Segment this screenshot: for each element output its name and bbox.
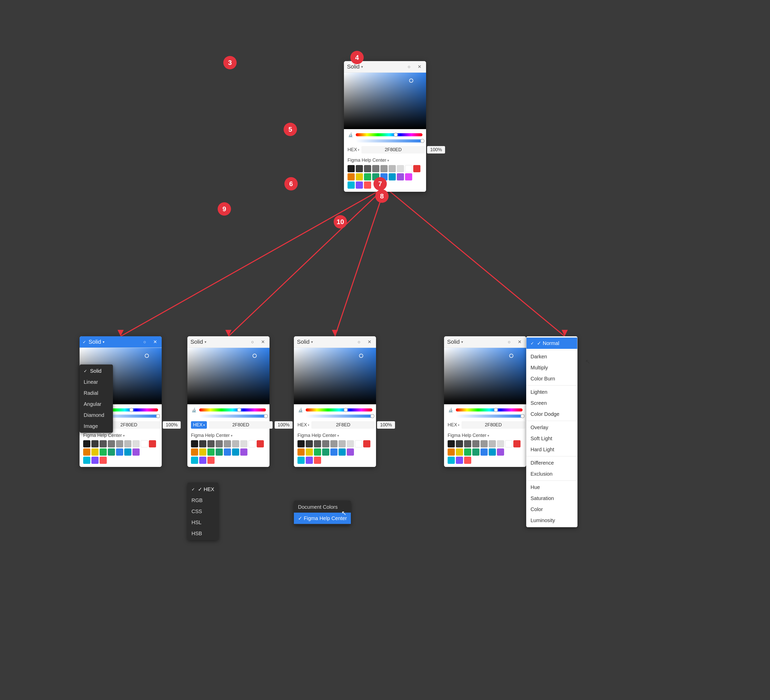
library-item-document[interactable]: Document Colors: [294, 501, 351, 512]
panel-1-title-row[interactable]: ✓ Solid ▾: [82, 339, 105, 345]
main-library-title-row[interactable]: Figma Help Center ▾: [348, 158, 389, 163]
swatch[interactable]: [356, 173, 363, 181]
swatch[interactable]: [448, 440, 455, 448]
main-eyedropper-btn[interactable]: 🔬: [348, 132, 354, 138]
swatch[interactable]: [224, 448, 231, 456]
swatch[interactable]: [91, 448, 99, 456]
panel-4-hue-slider[interactable]: [456, 408, 522, 411]
swatch[interactable]: [199, 457, 206, 464]
panel-4-close-icon[interactable]: ✕: [516, 338, 523, 346]
blend-item-colordodge[interactable]: Color Dodge: [526, 409, 577, 420]
swatch[interactable]: [413, 165, 421, 172]
type-item-radial[interactable]: Radial: [79, 388, 113, 399]
blend-item-luminosity[interactable]: Luminosity: [526, 515, 577, 526]
type-item-diamond[interactable]: Diamond: [79, 410, 113, 421]
swatch[interactable]: [380, 165, 388, 172]
swatch[interactable]: [464, 457, 471, 464]
swatch[interactable]: [330, 448, 338, 456]
swatch[interactable]: [240, 440, 247, 448]
swatch[interactable]: [248, 440, 256, 448]
swatch[interactable]: [100, 448, 107, 456]
blend-item-difference[interactable]: Difference: [526, 458, 577, 469]
blend-item-saturation[interactable]: Saturation: [526, 493, 577, 504]
swatch[interactable]: [356, 181, 363, 189]
swatch[interactable]: [364, 165, 371, 172]
swatch[interactable]: [472, 448, 479, 456]
swatch[interactable]: [108, 448, 115, 456]
swatch[interactable]: [133, 440, 140, 448]
swatch[interactable]: [330, 440, 338, 448]
panel-3-title-row[interactable]: Solid ▾: [297, 339, 313, 345]
library-item-figma[interactable]: ✓ Figma Help Center: [294, 512, 351, 524]
type-item-linear[interactable]: Linear: [79, 377, 113, 388]
panel-4-color-mode[interactable]: HEX ▾: [448, 422, 459, 428]
panel-1-hue-thumb[interactable]: [129, 408, 133, 412]
type-item-solid[interactable]: Solid: [79, 365, 113, 377]
swatch[interactable]: [257, 440, 264, 448]
panel-2-opacity-slider[interactable]: [199, 415, 266, 418]
swatch[interactable]: [489, 448, 496, 456]
panel-1-style-icon[interactable]: ○: [141, 338, 148, 346]
swatch[interactable]: [405, 173, 412, 181]
swatch[interactable]: [355, 440, 362, 448]
swatch[interactable]: [116, 448, 123, 456]
panel-3-hue-thumb[interactable]: [344, 408, 348, 412]
swatch[interactable]: [348, 173, 355, 181]
panel-3-canvas[interactable]: [294, 348, 376, 404]
main-hue-thumb[interactable]: [394, 133, 398, 137]
swatch[interactable]: [207, 448, 215, 456]
main-color-canvas[interactable]: [344, 73, 426, 129]
hex-item-hsb[interactable]: HSB: [188, 528, 218, 539]
swatch[interactable]: [100, 440, 107, 448]
swatch[interactable]: [456, 440, 463, 448]
swatch[interactable]: [513, 440, 521, 448]
panel-2-opacity-input[interactable]: [275, 421, 293, 429]
swatch[interactable]: [199, 440, 206, 448]
panel-2-hex-input[interactable]: [209, 421, 273, 429]
main-picker-title-row[interactable]: Solid ▾: [347, 63, 363, 70]
main-picker-style-icon[interactable]: ○: [406, 63, 413, 70]
swatch[interactable]: [388, 173, 396, 181]
swatch[interactable]: [405, 165, 412, 172]
blend-item-softlight[interactable]: Soft Light: [526, 433, 577, 444]
panel-2-opacity-thumb[interactable]: [264, 414, 268, 418]
swatch[interactable]: [348, 181, 355, 189]
swatch[interactable]: [191, 440, 198, 448]
swatch[interactable]: [314, 457, 321, 464]
swatch[interactable]: [472, 440, 479, 448]
swatch[interactable]: [207, 457, 215, 464]
swatch[interactable]: [207, 440, 215, 448]
panel-2-color-mode[interactable]: HEX ▾: [191, 421, 207, 429]
swatch[interactable]: [124, 440, 131, 448]
swatch[interactable]: [356, 165, 363, 172]
type-item-image[interactable]: Image: [79, 421, 113, 432]
blend-item-colorburn[interactable]: Color Burn: [526, 373, 577, 384]
swatch[interactable]: [456, 448, 463, 456]
swatch[interactable]: [306, 440, 313, 448]
swatch[interactable]: [306, 448, 313, 456]
panel-3-style-icon[interactable]: ○: [356, 338, 363, 346]
swatch[interactable]: [505, 440, 512, 448]
swatch[interactable]: [224, 440, 231, 448]
swatch[interactable]: [100, 457, 107, 464]
panel-4-canvas[interactable]: [444, 348, 526, 404]
swatch[interactable]: [489, 440, 496, 448]
blend-item-normal[interactable]: ✓ Normal: [526, 338, 577, 349]
panel-3-color-mode[interactable]: HEX ▾: [298, 422, 309, 428]
panel-4-opacity-thumb[interactable]: [521, 414, 525, 418]
hex-item-rgb[interactable]: RGB: [188, 495, 218, 506]
swatch[interactable]: [388, 165, 396, 172]
swatch[interactable]: [298, 440, 305, 448]
swatch[interactable]: [232, 440, 239, 448]
swatch[interactable]: [338, 448, 346, 456]
blend-item-overlay[interactable]: Overlay: [526, 422, 577, 433]
blend-item-color[interactable]: Color: [526, 504, 577, 515]
main-hex-input[interactable]: [361, 146, 425, 154]
swatch[interactable]: [199, 448, 206, 456]
panel-3-hue-slider[interactable]: [306, 408, 372, 411]
swatch[interactable]: [240, 448, 247, 456]
swatch[interactable]: [448, 457, 455, 464]
main-opacity-input[interactable]: [427, 146, 445, 154]
swatch[interactable]: [338, 440, 346, 448]
swatch[interactable]: [108, 440, 115, 448]
